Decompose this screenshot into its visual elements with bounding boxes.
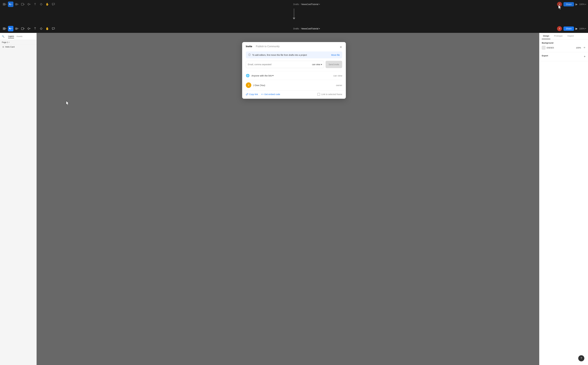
link-icon — [246, 93, 248, 96]
svg-rect-4 — [21, 3, 23, 5]
info-text: To add editors, first move this file fro… — [252, 54, 330, 56]
dialog-header: Invite Publish to Community ✕ — [242, 42, 346, 51]
component-tool-main[interactable] — [38, 26, 44, 31]
text-tool-top[interactable]: T — [32, 1, 38, 7]
email-input-wrapper[interactable]: can view ▾ — [246, 61, 324, 68]
user-avatar-top: J — [557, 2, 562, 7]
permission-dropdown[interactable]: can view ▾ — [312, 63, 322, 66]
link-access-dropdown[interactable]: Anyone with the link ▾ — [251, 74, 331, 77]
get-embed-code-label: Get embed code — [265, 93, 280, 96]
info-icon: ⓘ — [248, 53, 251, 56]
grid-tool[interactable]: ▾ — [2, 1, 7, 7]
shape-tool-top[interactable]: ▾ — [20, 1, 26, 7]
frame-tool-top[interactable]: ▾ — [14, 1, 20, 7]
breadcrumb-parent-top: Drafts — [293, 3, 299, 6]
comment-tool-top[interactable] — [51, 1, 56, 7]
dialog-footer: Copy link Get embed code Link to selecte… — [242, 90, 346, 99]
copy-link-button[interactable]: Copy link — [246, 93, 258, 96]
email-input[interactable] — [248, 63, 311, 66]
owner-row: J J Doe (You) owner — [242, 80, 346, 90]
code-icon — [261, 93, 264, 96]
share-button-top[interactable]: Share — [563, 2, 574, 7]
pen-tool-main[interactable]: ▾ — [26, 26, 32, 31]
user-avatar-main: J — [557, 26, 562, 31]
svg-rect-5 — [3, 28, 4, 28]
play-button-top[interactable]: ▶ — [575, 3, 578, 6]
dialog-tab-publish[interactable]: Publish to Community — [256, 45, 282, 49]
move-file-link[interactable]: Move file — [331, 54, 340, 56]
share-button-main[interactable]: Share — [563, 27, 574, 31]
frame-link-label: Link to selected frame — [321, 93, 342, 96]
pen-tool-top[interactable]: ▾ — [26, 1, 32, 7]
share-dialog: Invite Publish to Community ✕ ⓘ To add e… — [242, 42, 346, 99]
hand-tool-main[interactable]: ✋ — [44, 26, 50, 31]
chevron-down-icon: ▾ — [321, 63, 322, 66]
zoom-control-top[interactable]: 100% ▾ — [579, 3, 586, 6]
breadcrumb-current-main[interactable]: NewsCardTutorial ▾ — [301, 28, 320, 30]
svg-rect-7 — [3, 29, 4, 30]
dialog-overlay: Invite Publish to Community ✕ ⓘ To add e… — [0, 33, 588, 365]
frame-tool-main[interactable]: ▾ — [14, 26, 20, 31]
frame-link-checkbox[interactable] — [317, 93, 320, 96]
svg-rect-3 — [4, 4, 5, 5]
get-embed-code-button[interactable]: Get embed code — [261, 93, 280, 96]
send-invite-button[interactable]: Send invite — [326, 61, 342, 68]
zoom-control-main[interactable]: 100% ▾ — [579, 28, 586, 30]
owner-avatar: J — [246, 82, 251, 88]
component-tool-top[interactable] — [38, 1, 44, 7]
frame-link-checkbox-group: Link to selected frame — [317, 93, 342, 96]
toolbar-main: ▾ ▾ ▾ ▾ ▾ T ✋ Drafts — [0, 24, 588, 33]
owner-name: J Doe (You) — [253, 84, 334, 86]
dialog-close-button[interactable]: ✕ — [340, 46, 342, 49]
breadcrumb-parent-main: Drafts — [293, 28, 299, 30]
breadcrumb-top: Drafts / NewsCardTutorial ▾ — [293, 3, 320, 6]
svg-rect-1 — [4, 3, 5, 4]
link-access-permission: can view — [333, 74, 342, 77]
scroll-arrow — [293, 8, 295, 20]
breadcrumb-main: Drafts / NewsCardTutorial ▾ — [293, 28, 320, 30]
breadcrumb-current-top[interactable]: NewsCardTutorial ▾ — [301, 3, 320, 6]
link-access-row: 🌐 Anyone with the link ▾ can view — [242, 71, 346, 80]
link-access-label: Anyone with the link — [251, 74, 272, 77]
svg-rect-8 — [4, 29, 5, 30]
select-tool-main[interactable]: ▾ — [8, 26, 14, 31]
owner-role: owner — [336, 84, 342, 86]
globe-icon: 🌐 — [246, 74, 250, 77]
grid-tool-main[interactable]: ▾ — [2, 26, 7, 31]
svg-rect-6 — [4, 28, 5, 28]
text-tool-main[interactable]: T — [32, 26, 38, 31]
dialog-tab-invite[interactable]: Invite — [246, 45, 255, 49]
play-button-main[interactable]: ▶ — [575, 27, 578, 30]
invite-row: can view ▾ Send invite — [242, 61, 346, 71]
select-tool-top[interactable]: ▾ — [8, 1, 14, 7]
comment-tool-main[interactable] — [51, 26, 56, 31]
svg-rect-0 — [3, 3, 4, 4]
shape-tool-main[interactable]: ▾ — [20, 26, 26, 31]
copy-link-label: Copy link — [249, 93, 258, 96]
svg-rect-2 — [3, 4, 4, 5]
toolbar-top: ▾ ▾ ▾ ▾ ▾ T ✋ Drafts — [0, 0, 588, 8]
svg-rect-9 — [21, 28, 23, 30]
permission-label: can view — [312, 63, 320, 66]
link-access-chevron: ▾ — [272, 74, 273, 77]
info-banner: ⓘ To add editors, first move this file f… — [246, 51, 342, 58]
hand-tool-top[interactable]: ✋ — [44, 1, 50, 7]
